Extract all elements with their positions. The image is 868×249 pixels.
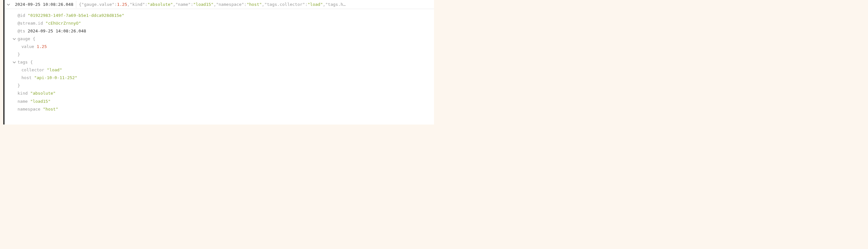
field-gauge-value: value 1.25	[12, 43, 434, 50]
log-expanded-body: @id "01922983-149f-7a69-b5e1-ddca928d815…	[4, 9, 434, 116]
field-key: namespace	[18, 105, 40, 113]
field-key: @stream.id	[18, 20, 43, 27]
log-json-preview: {"gauge.value":1.25,"kind":"absolute","n…	[76, 1, 434, 8]
field-namespace: namespace "host"	[12, 105, 434, 113]
log-entry: 2024-09-25 10:08:26.048 {"gauge.value":1…	[3, 0, 434, 124]
field-value: "load15"	[30, 98, 51, 105]
collapse-toggle-tags[interactable]	[12, 60, 17, 64]
expand-toggle[interactable]	[4, 1, 12, 8]
field-key: @id	[18, 12, 25, 20]
field-kind: kind "absolute"	[12, 90, 434, 97]
field-tags-close: }	[12, 82, 434, 90]
field-key: tags	[18, 58, 28, 66]
field-key: name	[18, 98, 28, 105]
field-value: "01922983-149f-7a69-b5e1-ddca928d815e"	[28, 12, 124, 20]
field-gauge-open: gauge {	[12, 35, 434, 43]
field-gauge-close: }	[12, 50, 434, 58]
field-value: 1.25	[37, 43, 47, 50]
field-key: @ts	[18, 27, 25, 35]
field-key: kind	[18, 90, 28, 97]
field-ts: @ts 2024-09-25 14:08:26.048	[12, 27, 434, 35]
field-tags-collector: collector "load"	[12, 66, 434, 74]
chevron-down-icon	[6, 3, 10, 6]
field-tags-open: tags {	[12, 58, 434, 66]
chevron-down-icon	[12, 37, 16, 41]
field-value: 2024-09-25 14:08:26.048	[28, 27, 86, 35]
field-name: name "load15"	[12, 98, 434, 105]
field-id: @id "01922983-149f-7a69-b5e1-ddca928d815…	[12, 12, 434, 20]
log-header-row: 2024-09-25 10:08:26.048 {"gauge.value":1…	[4, 0, 434, 9]
field-key: host	[22, 74, 31, 82]
field-stream-id: @stream.id "cEhUcrZrnnyO"	[12, 20, 434, 27]
field-tags-host: host "api-10-0-11-252"	[12, 74, 434, 82]
field-value: "load"	[47, 66, 62, 74]
field-value: "absolute"	[30, 90, 56, 97]
field-value: "host"	[43, 105, 58, 113]
field-key: value	[22, 43, 34, 50]
log-timestamp: 2024-09-25 10:08:26.048	[12, 1, 76, 8]
field-key: gauge	[18, 35, 30, 43]
field-key: collector	[22, 66, 44, 74]
chevron-down-icon	[12, 60, 16, 64]
field-value: "cEhUcrZrnnyO"	[45, 20, 81, 27]
collapse-toggle-gauge[interactable]	[12, 37, 17, 41]
field-value: "api-10-0-11-252"	[34, 74, 77, 82]
